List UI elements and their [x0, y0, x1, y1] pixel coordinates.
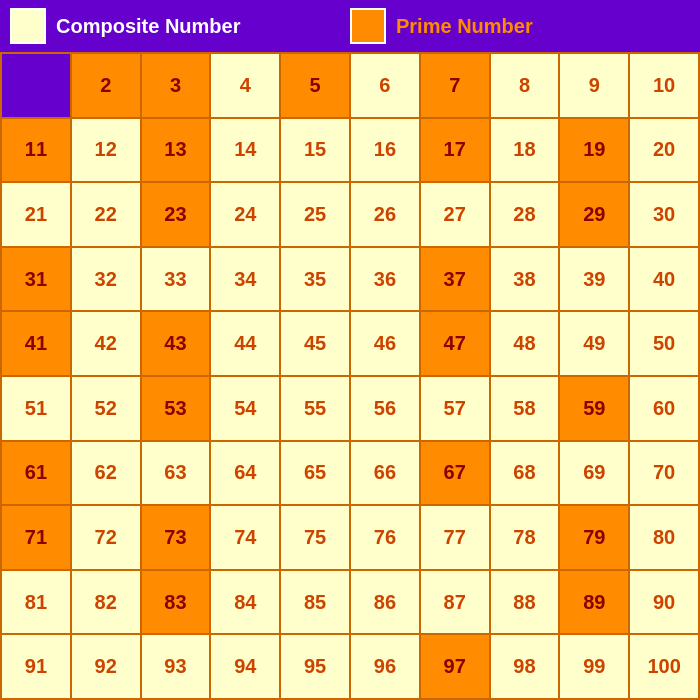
number-cell-37: 37 — [421, 248, 491, 313]
number-cell-21: 21 — [2, 183, 72, 248]
number-cell-12: 12 — [72, 119, 142, 184]
number-cell-82: 82 — [72, 571, 142, 636]
number-cell-59: 59 — [560, 377, 630, 442]
number-cell-97: 97 — [421, 635, 491, 700]
composite-label: Composite Number — [56, 15, 240, 38]
number-cell-69: 69 — [560, 442, 630, 507]
number-cell-84: 84 — [211, 571, 281, 636]
number-cell-95: 95 — [281, 635, 351, 700]
number-cell-62: 62 — [72, 442, 142, 507]
number-cell-15: 15 — [281, 119, 351, 184]
number-cell-98: 98 — [491, 635, 561, 700]
number-cell-49: 49 — [560, 312, 630, 377]
number-cell-46: 46 — [351, 312, 421, 377]
number-cell-44: 44 — [211, 312, 281, 377]
number-cell-26: 26 — [351, 183, 421, 248]
number-cell-39: 39 — [560, 248, 630, 313]
number-cell-2: 2 — [72, 54, 142, 119]
number-cell-94: 94 — [211, 635, 281, 700]
number-cell-87: 87 — [421, 571, 491, 636]
number-cell-36: 36 — [351, 248, 421, 313]
number-cell-75: 75 — [281, 506, 351, 571]
number-cell-71: 71 — [2, 506, 72, 571]
number-cell-54: 54 — [211, 377, 281, 442]
number-cell-28: 28 — [491, 183, 561, 248]
number-cell-30: 30 — [630, 183, 700, 248]
number-cell-33: 33 — [142, 248, 212, 313]
number-cell-50: 50 — [630, 312, 700, 377]
number-cell-88: 88 — [491, 571, 561, 636]
number-cell-6: 6 — [351, 54, 421, 119]
number-cell-20: 20 — [630, 119, 700, 184]
number-cell-38: 38 — [491, 248, 561, 313]
number-cell-77: 77 — [421, 506, 491, 571]
number-cell-72: 72 — [72, 506, 142, 571]
number-cell-65: 65 — [281, 442, 351, 507]
number-cell-24: 24 — [211, 183, 281, 248]
number-cell-79: 79 — [560, 506, 630, 571]
number-cell-45: 45 — [281, 312, 351, 377]
number-cell-86: 86 — [351, 571, 421, 636]
number-cell-76: 76 — [351, 506, 421, 571]
number-cell-27: 27 — [421, 183, 491, 248]
number-cell-43: 43 — [142, 312, 212, 377]
number-cell-73: 73 — [142, 506, 212, 571]
page-container: Composite Number Prime Number 1234567891… — [0, 0, 700, 700]
number-cell-3: 3 — [142, 54, 212, 119]
number-cell-80: 80 — [630, 506, 700, 571]
number-cell-83: 83 — [142, 571, 212, 636]
number-cell-100: 100 — [630, 635, 700, 700]
number-cell-52: 52 — [72, 377, 142, 442]
number-cell-9: 9 — [560, 54, 630, 119]
number-cell-64: 64 — [211, 442, 281, 507]
number-cell-53: 53 — [142, 377, 212, 442]
number-cell-81: 81 — [2, 571, 72, 636]
number-cell-25: 25 — [281, 183, 351, 248]
number-cell-35: 35 — [281, 248, 351, 313]
number-cell-85: 85 — [281, 571, 351, 636]
number-cell-22: 22 — [72, 183, 142, 248]
number-cell-70: 70 — [630, 442, 700, 507]
number-cell-17: 17 — [421, 119, 491, 184]
number-grid: 1234567891011121314151617181920212223242… — [0, 52, 700, 700]
number-cell-55: 55 — [281, 377, 351, 442]
number-cell-34: 34 — [211, 248, 281, 313]
number-cell-57: 57 — [421, 377, 491, 442]
prime-label: Prime Number — [396, 15, 533, 38]
number-cell-40: 40 — [630, 248, 700, 313]
number-cell-89: 89 — [560, 571, 630, 636]
number-cell-32: 32 — [72, 248, 142, 313]
number-cell-60: 60 — [630, 377, 700, 442]
number-cell-48: 48 — [491, 312, 561, 377]
number-cell-99: 99 — [560, 635, 630, 700]
number-cell-68: 68 — [491, 442, 561, 507]
number-cell-8: 8 — [491, 54, 561, 119]
number-cell-56: 56 — [351, 377, 421, 442]
number-cell-11: 11 — [2, 119, 72, 184]
number-cell-16: 16 — [351, 119, 421, 184]
number-cell-96: 96 — [351, 635, 421, 700]
number-cell-4: 4 — [211, 54, 281, 119]
number-cell-5: 5 — [281, 54, 351, 119]
number-cell-93: 93 — [142, 635, 212, 700]
number-cell-61: 61 — [2, 442, 72, 507]
number-cell-63: 63 — [142, 442, 212, 507]
prime-color-box — [350, 8, 386, 44]
number-cell-14: 14 — [211, 119, 281, 184]
legend-composite: Composite Number — [10, 8, 350, 44]
number-cell-7: 7 — [421, 54, 491, 119]
number-cell-23: 23 — [142, 183, 212, 248]
number-cell-13: 13 — [142, 119, 212, 184]
number-cell-42: 42 — [72, 312, 142, 377]
number-cell-58: 58 — [491, 377, 561, 442]
number-cell-19: 19 — [560, 119, 630, 184]
composite-color-box — [10, 8, 46, 44]
number-cell-51: 51 — [2, 377, 72, 442]
number-cell-92: 92 — [72, 635, 142, 700]
number-cell-10: 10 — [630, 54, 700, 119]
number-cell-66: 66 — [351, 442, 421, 507]
number-cell-78: 78 — [491, 506, 561, 571]
legend: Composite Number Prime Number — [0, 0, 700, 52]
number-cell-31: 31 — [2, 248, 72, 313]
number-cell-91: 91 — [2, 635, 72, 700]
